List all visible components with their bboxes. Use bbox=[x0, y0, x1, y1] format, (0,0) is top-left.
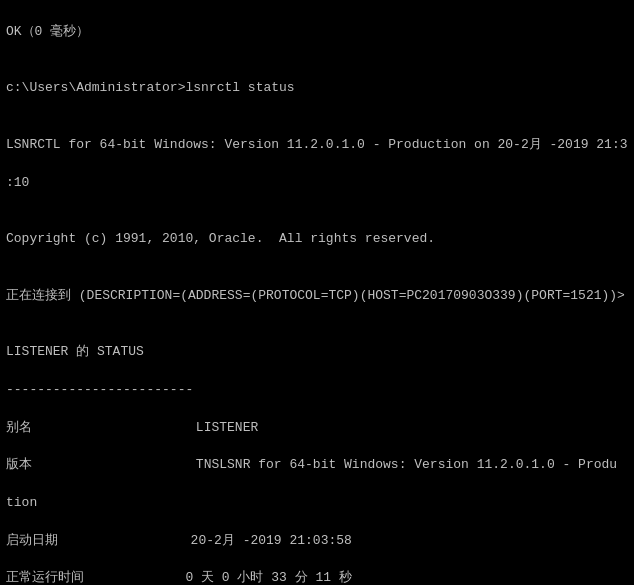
terminal-line: 别名 LISTENER bbox=[6, 419, 628, 438]
terminal-line: c:\Users\Administrator>lsnrctl status bbox=[6, 79, 628, 98]
terminal-line: OK（0 毫秒） bbox=[6, 23, 628, 42]
terminal-line: Copyright (c) 1991, 2010, Oracle. All ri… bbox=[6, 230, 628, 249]
terminal-line: tion bbox=[6, 494, 628, 513]
terminal-line: 启动日期 20-2月 -2019 21:03:58 bbox=[6, 532, 628, 551]
terminal-line: ------------------------ bbox=[6, 381, 628, 400]
terminal-line: 正常运行时间 0 天 0 小时 33 分 11 秒 bbox=[6, 569, 628, 585]
terminal-window: OK（0 毫秒） c:\Users\Administrator>lsnrctl … bbox=[0, 0, 634, 585]
terminal-line: LSNRCTL for 64-bit Windows: Version 11.2… bbox=[6, 136, 628, 155]
terminal-line: 版本 TNSLSNR for 64-bit Windows: Version 1… bbox=[6, 456, 628, 475]
terminal-line: :10 bbox=[6, 174, 628, 193]
terminal-line: LISTENER 的 STATUS bbox=[6, 343, 628, 362]
terminal-line: 正在连接到 (DESCRIPTION=(ADDRESS=(PROTOCOL=TC… bbox=[6, 287, 628, 306]
